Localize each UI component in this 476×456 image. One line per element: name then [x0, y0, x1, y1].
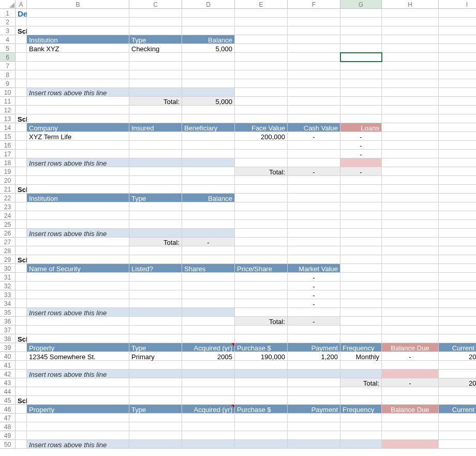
cell-G35[interactable] [340, 308, 382, 317]
cell-H25[interactable] [382, 220, 439, 229]
cell-F12[interactable] [288, 106, 340, 114]
cell-A28[interactable] [16, 246, 27, 255]
cell-I22[interactable] [439, 194, 476, 202]
cell-A24[interactable] [16, 211, 27, 220]
cell-D25[interactable] [182, 220, 235, 229]
cell-E44[interactable] [235, 387, 288, 396]
row-header-32[interactable]: 32 [0, 282, 16, 290]
cell-I17[interactable] [439, 150, 476, 158]
cell-C21[interactable] [129, 185, 182, 194]
row-header-45[interactable]: 45 [0, 396, 16, 405]
cell-D29[interactable] [182, 255, 235, 264]
cell-B38[interactable] [27, 334, 129, 343]
cell-H28[interactable] [382, 246, 439, 255]
sched3-total-label[interactable]: Total: [129, 238, 182, 246]
row-header-24[interactable]: 24 [0, 211, 16, 220]
cell-F13[interactable] [288, 114, 340, 123]
cell-B36[interactable] [27, 317, 129, 326]
row-header-3[interactable]: 3 [0, 26, 16, 35]
cell-E47[interactable] [235, 414, 288, 422]
cell-D31[interactable] [182, 273, 235, 282]
cell-F21[interactable] [288, 185, 340, 194]
cell-B17[interactable] [27, 150, 129, 158]
cell-H36[interactable] [382, 317, 439, 326]
row-header-47[interactable]: 47 [0, 414, 16, 422]
cell-C9[interactable] [129, 79, 182, 88]
cell-A25[interactable] [16, 220, 27, 229]
cell-A41[interactable] [16, 361, 27, 370]
cell-I45[interactable] [439, 396, 476, 405]
cell-D17[interactable] [182, 150, 235, 158]
cell-H44[interactable] [382, 387, 439, 396]
cell-I42[interactable] [439, 370, 476, 378]
cell-E35[interactable] [235, 308, 288, 317]
cell-H2[interactable] [382, 18, 439, 26]
cell-D44[interactable] [182, 387, 235, 396]
cell-G32[interactable] [340, 282, 382, 290]
cell-E45[interactable] [235, 396, 288, 405]
page-title[interactable]: Detailed Account Information [16, 9, 27, 18]
cell-H24[interactable] [382, 211, 439, 220]
sched5b-hdr-current[interactable]: Current Value [439, 405, 476, 414]
row-header-44[interactable]: 44 [0, 387, 16, 396]
cell-H29[interactable] [382, 255, 439, 264]
cell-G37[interactable] [340, 326, 382, 334]
cell-A46[interactable] [16, 405, 27, 414]
cell-G4[interactable] [340, 35, 382, 44]
cell-C23[interactable] [129, 202, 182, 211]
cell-E22[interactable] [235, 194, 288, 202]
sched4-row0-market[interactable]: - [288, 273, 340, 282]
row-header-20[interactable]: 20 [0, 176, 16, 185]
cell-H6[interactable] [382, 53, 439, 62]
sched2-row0-face[interactable]: 200,000 [235, 132, 288, 141]
cell-B12[interactable] [27, 106, 129, 114]
cell-B11[interactable] [27, 97, 129, 106]
sched5a-hdr-current[interactable]: Current Value [439, 343, 476, 352]
cell-E25[interactable] [235, 220, 288, 229]
sched4-total-label[interactable]: Total: [235, 317, 288, 326]
cell-F49[interactable] [288, 431, 340, 440]
cell-D19[interactable] [182, 167, 235, 176]
col-header-C[interactable]: C [129, 0, 182, 9]
cell-A19[interactable] [16, 167, 27, 176]
sched5a-hdr-property[interactable]: Property [27, 343, 129, 352]
cell-G3[interactable] [340, 26, 382, 35]
sched4-total-value[interactable]: - [288, 317, 340, 326]
row-header-11[interactable]: 11 [0, 97, 16, 106]
cell-I41[interactable] [439, 361, 476, 370]
cell-G23[interactable] [340, 202, 382, 211]
row-header-21[interactable]: 21 [0, 185, 16, 194]
sched3-note[interactable]: Insert rows above this line [27, 229, 129, 238]
cell-C15[interactable] [129, 132, 182, 141]
cell-A4[interactable] [16, 35, 27, 44]
cell-B20[interactable] [27, 176, 129, 185]
cell-F4[interactable] [288, 35, 340, 44]
cell-I38[interactable] [439, 334, 476, 343]
cell-D47[interactable] [182, 414, 235, 422]
cell-H34[interactable] [382, 299, 439, 308]
row-header-22[interactable]: 22 [0, 194, 16, 202]
cell-I50[interactable] [439, 440, 476, 449]
cell-A36[interactable] [16, 317, 27, 326]
row-header-25[interactable]: 25 [0, 220, 16, 229]
cell-B16[interactable] [27, 141, 129, 150]
cell-B34[interactable] [27, 299, 129, 308]
sched5a-row0-acquired[interactable]: 2005 [182, 352, 235, 361]
sched5b-hdr-type[interactable]: Type [129, 405, 182, 414]
cell-D13[interactable] [182, 114, 235, 123]
cell-A9[interactable] [16, 79, 27, 88]
cell-A27[interactable] [16, 238, 27, 246]
cell-E17[interactable] [235, 150, 288, 158]
sched1-hdr-balance[interactable]: Balance [182, 35, 235, 44]
cell-B24[interactable] [27, 211, 129, 220]
sched5a-total-current[interactable]: 200,000 [439, 378, 476, 387]
cell-C49[interactable] [129, 431, 182, 440]
row-header-33[interactable]: 33 [0, 290, 16, 299]
cell-H20[interactable] [382, 176, 439, 185]
cell-G28[interactable] [340, 246, 382, 255]
cell-A26[interactable] [16, 229, 27, 238]
cell-I24[interactable] [439, 211, 476, 220]
sched1-note-d[interactable] [182, 88, 235, 97]
cell-E11[interactable] [235, 97, 288, 106]
sched4-row3-market[interactable]: - [288, 299, 340, 308]
